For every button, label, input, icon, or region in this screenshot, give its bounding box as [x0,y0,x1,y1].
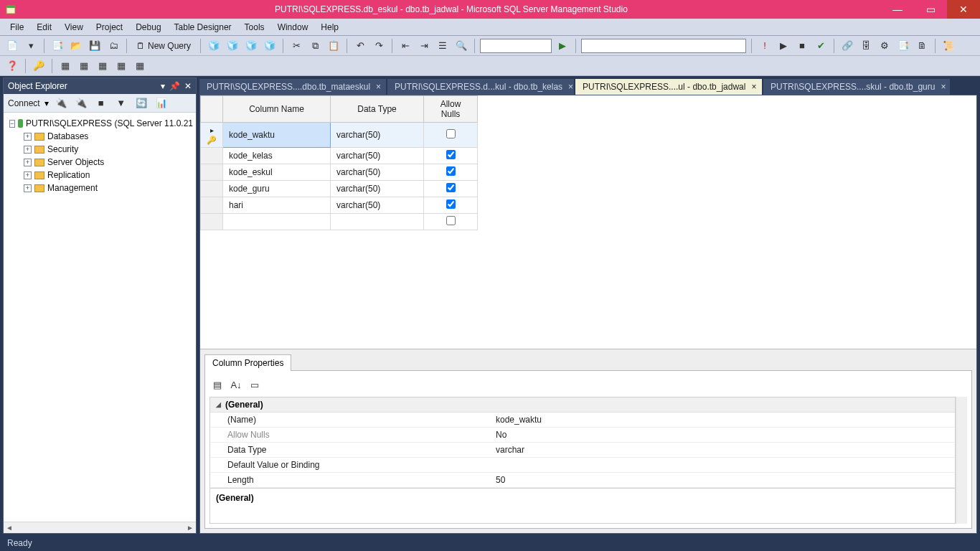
property-value[interactable]: 50 [490,473,955,487]
object-explorer-tree[interactable]: − PUTRI\SQLEXPRESS (SQL Server 11.0.21 +… [4,113,196,522]
menu-file[interactable]: File [4,21,29,34]
expand-icon[interactable]: + [24,146,32,154]
header-data-type[interactable]: Data Type [331,96,424,123]
start-icon[interactable]: ▶ [555,38,570,54]
property-row[interactable]: Length50 [210,473,955,488]
menu-debug[interactable]: Debug [130,21,166,34]
cell-allow-nulls[interactable] [424,148,478,164]
tree-node[interactable]: + Server Objects [9,156,193,169]
properties-scrollbar[interactable] [956,397,967,524]
undo-icon[interactable]: ↶ [352,38,368,54]
menu-window[interactable]: Window [272,21,314,34]
collapse-triangle-icon[interactable]: ◢ [216,401,221,408]
copy-icon[interactable]: ⧉ [307,38,323,54]
allow-nulls-checkbox[interactable] [446,129,456,138]
minimize-button[interactable]: — [881,0,914,19]
prop-pages-icon[interactable]: ▭ [247,377,263,392]
cell-column-name[interactable]: kode_eskul [223,164,331,181]
checkcon-icon[interactable]: ⚙ [877,38,892,54]
parse-icon[interactable]: ▶ [776,38,791,54]
tree-node[interactable]: + Management [9,182,193,194]
grid-icon-1[interactable]: ▦ [57,58,73,74]
row-header[interactable] [201,148,223,164]
tab-close-icon[interactable]: × [941,82,946,92]
nav-fwd-icon[interactable]: ⇥ [416,38,432,54]
menu-view[interactable]: View [59,21,89,34]
collapse-icon[interactable]: − [9,120,15,128]
menu-project[interactable]: Project [90,21,128,34]
nav-list-icon[interactable]: ☰ [435,38,451,54]
allow-nulls-checkbox[interactable] [446,150,456,159]
menu-tools[interactable]: Tools [239,21,270,34]
db-icon-3[interactable]: 🧊 [243,38,259,54]
cell-column-name[interactable]: kode_guru [223,181,331,197]
document-tab[interactable]: PUTRI\SQLEXPRESS....dbo.tb_mataeskul× [199,79,386,95]
new-item-icon[interactable]: 📑 [50,38,65,54]
property-row[interactable]: Default Value or Binding [210,458,955,473]
expand-icon[interactable]: + [24,184,32,192]
redo-icon[interactable]: ↷ [371,38,387,54]
check-icon[interactable]: ✔ [813,38,829,54]
property-value[interactable]: kode_waktu [490,413,955,427]
fulltext-icon[interactable]: 📑 [895,38,911,54]
property-grid[interactable]: ◢ (General) (Name)kode_waktuAllow NullsN… [209,397,956,489]
cell-column-name[interactable]: kode_waktu [223,123,331,148]
connect-icon[interactable]: 🔌 [53,95,69,111]
disconnect-icon[interactable]: 🔌 [73,95,89,111]
allow-nulls-checkbox[interactable] [446,183,456,192]
new-query-button[interactable]: 🗒 New Query [132,38,195,54]
key-icon[interactable]: 🔑 [31,58,47,74]
menu-edit[interactable]: Edit [31,21,57,34]
document-tab[interactable]: PUTRI\SQLEXPRESS....skul - dbo.tb_guru× [763,79,950,95]
row-header[interactable] [201,164,223,181]
row-header[interactable]: ▸🔑 [201,123,223,148]
cell-data-type[interactable]: varchar(50) [331,164,424,181]
save-icon[interactable]: 💾 [87,38,103,54]
new-project-icon[interactable]: 📄 [4,38,20,54]
property-row[interactable]: Allow NullsNo [210,428,955,443]
tab-close-icon[interactable]: × [751,82,756,92]
panel-pin-icon[interactable]: 📌 [169,81,180,91]
document-tab[interactable]: PUTRI\SQLEXPRESS.d...kul - dbo.tb_kelas× [387,79,574,95]
db-icon-1[interactable]: 🧊 [206,38,222,54]
column-row[interactable]: ▸🔑kode_waktuvarchar(50) [201,123,478,148]
horizontal-scrollbar[interactable]: ◄► [4,522,196,533]
nav-back-icon[interactable]: ⇤ [397,38,413,54]
tree-root[interactable]: − PUTRI\SQLEXPRESS (SQL Server 11.0.21 [9,117,193,130]
cut-icon[interactable]: ✂ [288,38,304,54]
db-icon-4[interactable]: 🧊 [262,38,278,54]
grid-icon-5[interactable]: ▦ [132,58,148,74]
cell-data-type[interactable]: varchar(50) [331,197,424,214]
cell-allow-nulls[interactable] [424,197,478,214]
row-header[interactable] [201,181,223,197]
cell-data-type[interactable]: varchar(50) [331,148,424,164]
column-properties-tab[interactable]: Column Properties [204,354,291,371]
document-tab[interactable]: PUTRI\SQLEXPRESS....ul - dbo.tb_jadwal× [575,79,762,95]
row-header[interactable] [201,197,223,214]
db-icon-2[interactable]: 🧊 [225,38,240,54]
prop-sort-icon[interactable]: A↓ [228,377,244,392]
column-row[interactable]: kode_eskulvarchar(50) [201,164,478,181]
filter-icon[interactable]: ▼ [113,95,129,111]
cell-data-type[interactable]: varchar(50) [331,123,424,148]
column-row-empty[interactable] [201,214,478,230]
cell-allow-nulls[interactable] [424,164,478,181]
panel-dropdown-icon[interactable]: ▾ [161,81,165,91]
tree-node[interactable]: + Databases [9,130,193,143]
cell-allow-nulls[interactable] [424,123,478,148]
property-value[interactable]: varchar [490,443,955,457]
grid-icon-2[interactable]: ▦ [76,58,92,74]
expand-icon[interactable]: + [24,159,32,166]
expand-icon[interactable]: + [24,171,32,179]
property-value[interactable]: No [490,428,955,442]
grid-icon-4[interactable]: ▦ [113,58,129,74]
relations-icon[interactable]: 🔗 [839,38,855,54]
close-button[interactable]: ✕ [947,0,980,19]
solution-config-combo[interactable] [480,39,552,53]
prop-categorize-icon[interactable]: ▤ [209,377,225,392]
menu-table-designer[interactable]: Table Designer [169,21,237,34]
report-icon[interactable]: 📊 [154,95,169,111]
execute-icon[interactable]: ! [757,38,773,54]
property-value[interactable] [490,458,955,472]
allow-nulls-checkbox[interactable] [446,199,456,209]
